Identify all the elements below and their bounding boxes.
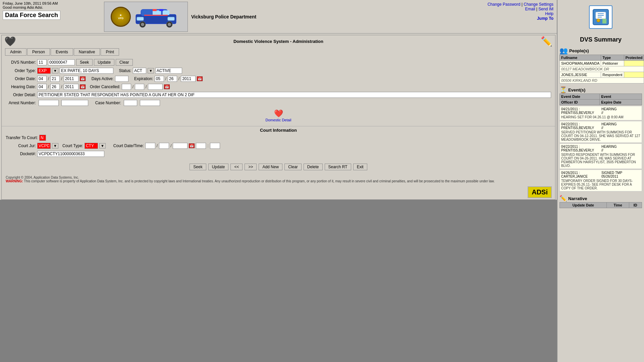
tab-person[interactable]: Person — [27, 48, 50, 56]
dvs-number-input[interactable] — [48, 59, 75, 65]
header: Friday, June 10th, 2011 09:56 AM Good mo… — [0, 0, 557, 34]
svg-rect-15 — [153, 10, 161, 15]
exit-button[interactable]: Exit — [353, 164, 367, 170]
transfer-value-input[interactable] — [39, 135, 46, 141]
prev-button[interactable]: << — [230, 164, 243, 170]
search-rt-button[interactable]: Search RT — [325, 164, 351, 170]
seek-button-top[interactable]: Seek — [76, 59, 93, 66]
col-type: Type — [601, 55, 624, 61]
person-fullname: JONES,JESSIE — [560, 72, 601, 78]
arrest-number-1[interactable] — [39, 100, 59, 106]
court-jur-input[interactable] — [37, 143, 51, 149]
court-date-dd[interactable] — [159, 143, 169, 149]
hearing-date-calendar[interactable]: 📅 — [80, 84, 86, 89]
docket-input[interactable] — [37, 151, 104, 157]
tab-events[interactable]: Events — [51, 48, 73, 56]
order-detail-input[interactable] — [37, 92, 551, 98]
email-link[interactable]: Email — [525, 7, 535, 11]
update-button-top[interactable]: Update — [94, 59, 114, 66]
svg-rect-3 — [602, 19, 606, 23]
help-link[interactable]: Help — [545, 11, 553, 16]
dvs-number-prefix-input[interactable] — [37, 59, 47, 65]
dvs-number-row: DVS Number: Seek Update Clear — [6, 59, 551, 66]
event-date: 04/21/2011 : — [561, 107, 600, 111]
event-officer: PRENTISS,BEVERLY — [561, 126, 600, 130]
col-time: Time — [607, 202, 629, 208]
next-button[interactable]: >> — [245, 164, 257, 170]
hearing-dd[interactable] — [50, 84, 60, 90]
court-time-mm[interactable] — [210, 143, 220, 149]
order-date-yyyy[interactable] — [64, 76, 78, 82]
exp-yyyy[interactable] — [181, 76, 196, 82]
order-date-calendar[interactable]: 📅 — [80, 76, 86, 81]
court-time-hh[interactable] — [196, 143, 206, 149]
case-number-2[interactable] — [140, 100, 160, 106]
cancel-date-calendar[interactable]: 📅 — [164, 84, 170, 89]
domestic-detail-link[interactable]: Domestic Detail — [265, 118, 291, 122]
person-protected — [624, 61, 644, 66]
event-officer: PRENTISS,BEVERLY — [561, 148, 600, 152]
court-type-dropdown[interactable]: ▼ — [99, 143, 106, 148]
tab-narrative[interactable]: Narrative — [74, 48, 100, 56]
heart-icon[interactable]: 🖤 — [4, 36, 16, 47]
dvs-panel-icon — [557, 0, 644, 34]
adsi-logo: ADSi — [528, 186, 552, 198]
pencil-icon[interactable]: ✏️ — [541, 36, 552, 47]
send-im-link[interactable]: Send IM — [538, 7, 553, 11]
cancel-mm[interactable] — [122, 84, 131, 90]
docket-row: Docket#: — [6, 151, 551, 157]
change-password-link[interactable]: Change Password — [487, 2, 520, 7]
hearing-mm[interactable] — [37, 84, 47, 90]
days-active-input[interactable] — [115, 76, 128, 82]
dvs-form: 🖤 Domestic Violence System - Administrat… — [1, 35, 555, 200]
court-date-yyyy[interactable] — [173, 143, 187, 149]
tab-print[interactable]: Print — [101, 48, 119, 56]
domestic-detail-section: ❤️ Domestic Detail — [6, 108, 551, 123]
court-date-mm[interactable] — [145, 143, 155, 149]
svg-rect-17 — [144, 15, 168, 16]
cancel-yyyy[interactable] — [148, 84, 163, 90]
court-type-input[interactable] — [85, 143, 98, 149]
dvs-people-section: 👥 People(s) Fullname Type Protected SHOO… — [557, 45, 644, 85]
dvs-narrative-section: ✏️ Narrative Update Date Time ID — [557, 193, 644, 209]
status-input[interactable] — [133, 68, 146, 74]
expiration-label: Expiration: — [130, 76, 153, 81]
exp-date-calendar[interactable]: 📅 — [197, 76, 203, 81]
court-date-calendar[interactable]: 📅 — [189, 143, 195, 148]
tab-admin[interactable]: Admin — [5, 48, 26, 56]
order-date-mm[interactable] — [37, 76, 47, 82]
add-new-button[interactable]: Add New — [259, 164, 282, 170]
dvs-summary-title: DVS Summary — [557, 34, 644, 45]
order-type-row: Order Type: ▼ Status: ▼ — [6, 68, 551, 74]
seek-button[interactable]: Seek — [190, 164, 206, 170]
exp-dd[interactable] — [168, 76, 177, 82]
warning-label: WARNING: — [6, 179, 23, 183]
delete-button[interactable]: Delete — [304, 164, 323, 170]
jump-to-label[interactable]: Jump To — [537, 16, 553, 21]
dvs-events-section: ⏳ Event(s) Event Date Event Officer ID E… — [557, 85, 644, 193]
arrest-number-2[interactable] — [61, 100, 88, 106]
event-type: HEARING — [601, 122, 640, 126]
status-desc-input[interactable] — [155, 68, 182, 74]
col-fullname: Fullname — [560, 55, 601, 61]
order-date-dd[interactable] — [50, 76, 60, 82]
order-type-dropdown[interactable]: ▼ — [52, 68, 58, 73]
event-block: 04/21/2011 : HEARING PRENTISS,BEVERLY //… — [559, 106, 642, 120]
order-type-desc-input[interactable] — [60, 68, 113, 74]
court-jur-dropdown[interactable]: ▼ — [52, 143, 58, 148]
update-button[interactable]: Update — [208, 164, 229, 170]
header-left: Friday, June 10th, 2011 09:56 AM Good mo… — [0, 0, 104, 33]
svg-rect-19 — [159, 9, 163, 11]
hearing-date-label: Hearing Date: — [6, 84, 36, 89]
status-dropdown[interactable]: ▼ — [148, 68, 154, 73]
clear-button[interactable]: Clear — [284, 164, 302, 170]
order-type-input[interactable] — [37, 68, 51, 74]
clear-button-top[interactable]: Clear — [116, 59, 133, 66]
svg-rect-16 — [163, 10, 169, 15]
cancel-dd[interactable] — [135, 84, 144, 90]
exp-mm[interactable] — [155, 76, 164, 82]
hearing-yyyy[interactable] — [64, 84, 78, 90]
case-number-1[interactable] — [124, 100, 137, 106]
status-label: Status: — [115, 68, 131, 73]
change-settings-link[interactable]: Change Settings — [524, 2, 553, 7]
